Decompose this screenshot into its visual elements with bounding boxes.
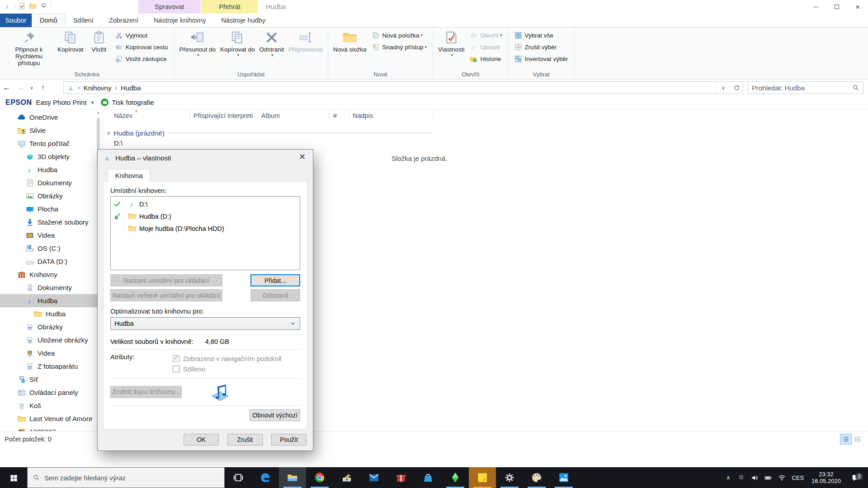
network-button[interactable] (775, 474, 789, 482)
epson-app-label[interactable]: Easy Photo Print (36, 99, 87, 106)
tab-zobrazeni[interactable]: Zobrazení (101, 14, 146, 27)
tray-app-button[interactable] (735, 474, 748, 482)
sidebar-item-dokumenty[interactable]: Dokumenty (0, 176, 103, 189)
list-item[interactable]: D:\ (114, 139, 123, 147)
ribbon-button-snadny-pristup[interactable]: Snadný přístup▾ (369, 41, 430, 53)
maximize-button[interactable] (826, 0, 847, 14)
taskbar-sticky-notes-button[interactable] (469, 467, 496, 488)
column-header-prispivajici-interpreti[interactable]: Přispívající interpreti (189, 109, 257, 122)
sidebar-item-knihovny[interactable]: Knihovny (0, 268, 103, 281)
library-location-hudba-d[interactable]: Hudba (D:) (111, 210, 300, 222)
breadcrumb-item-knihovny[interactable]: Knihovny (83, 84, 113, 92)
group-header[interactable]: ∨ Hudba (prázdné) (107, 129, 433, 137)
tab-nastroje-hudby[interactable]: Nástroje hudby (213, 14, 273, 27)
tab-domu[interactable]: Domů (32, 14, 66, 27)
sidebar-item-silvie[interactable]: Silvie (0, 124, 103, 137)
hidden-icons-button[interactable]: ∧ (722, 474, 735, 481)
taskbar-sims-button[interactable] (442, 467, 469, 488)
address-dropdown-button[interactable]: ∨ (717, 82, 730, 94)
ribbon-button-kopirovat-cestu[interactable]: W..Kopírovat cestu (112, 41, 171, 53)
details-view-button[interactable] (840, 434, 852, 445)
back-button[interactable]: ← (0, 83, 14, 92)
ribbon-button-upravit[interactable]: Upravit (467, 41, 505, 53)
forward-button[interactable]: → (14, 83, 27, 92)
taskbar-chrome-button[interactable] (306, 467, 333, 488)
qat-customize[interactable] (40, 2, 47, 12)
dialog-close-button[interactable]: ✕ (292, 150, 312, 164)
breadcrumb-item-hudba[interactable]: Hudba (120, 84, 142, 92)
sidebar-item-plocha[interactable]: Plocha (0, 202, 103, 216)
thumbnails-view-button[interactable] (852, 434, 863, 445)
refresh-button[interactable] (730, 82, 743, 94)
recent-locations-button[interactable]: ∨ (27, 85, 36, 91)
column-header-nazev[interactable]: Název (110, 109, 189, 122)
action-center-button[interactable]: 2 (845, 474, 865, 482)
column-header-album[interactable]: Album (257, 109, 329, 122)
shown-in-nav-pane-checkbox[interactable] (173, 355, 179, 362)
ribbon-button-nova-polozka[interactable]: Nová položka▾ (369, 29, 430, 41)
ribbon-button-nova-slozka[interactable]: Nová složka (331, 28, 369, 53)
sidebar-item-os-c[interactable]: OS (C:) (0, 242, 103, 255)
taskbar-paint-button[interactable] (523, 467, 550, 488)
start-button[interactable] (0, 467, 27, 488)
remove-button[interactable]: Odstranit (250, 289, 300, 301)
breadcrumb[interactable]: ♪ ›Knihovny›Hudba ∨ (63, 81, 743, 94)
library-location-d[interactable]: ♪D:\ (111, 198, 300, 210)
sidebar-item-ovladaci-panely[interactable]: Ovládací panely (0, 386, 103, 399)
tab-sdileni[interactable]: Sdílení (66, 14, 101, 27)
library-locations-list[interactable]: ♪D:\Hudba (D:)Moje hudba (D:\Plocha HDD) (110, 196, 300, 270)
sidebar-item-videa[interactable]: Videa (0, 347, 103, 360)
sidebar-item-obrazky[interactable]: Obrázky (0, 320, 103, 333)
sidebar-item-dokumenty[interactable]: Dokumenty (0, 281, 103, 294)
taskbar-search-input[interactable]: Sem zadejte hledaný výraz (27, 467, 225, 488)
minimize-button[interactable] (806, 0, 826, 14)
taskbar-edge-button[interactable] (252, 467, 279, 488)
sidebar-item-sit[interactable]: Síť (0, 373, 103, 386)
sidebar-item-z-fotoaparatu[interactable]: Z fotoaparátu (0, 360, 103, 373)
taskbar-store-button[interactable] (415, 467, 442, 488)
set-save-location-button[interactable]: Nastavit umístění pro ukládání (110, 274, 222, 286)
collapse-group-icon[interactable]: ∨ (107, 130, 110, 136)
scroll-up-icon[interactable]: ∧ (97, 110, 100, 115)
sidebar-item-last-venue-of-amore[interactable]: Last Venue of Amore (0, 412, 103, 425)
tab-nastroje-knihovny[interactable]: Nástroje knihovny (146, 14, 213, 27)
sidebar-item-ulozene-obrazky[interactable]: Uložené obrázky (0, 333, 103, 347)
ribbon-button-odstranit[interactable]: Odstranit▾ (257, 28, 286, 57)
taskbar-task-view-button[interactable] (225, 467, 252, 488)
taskbar-utility-app-button[interactable] (333, 467, 360, 488)
contextual-tab-prehrat[interactable]: Přehrát (202, 0, 258, 14)
taskbar-mail-button[interactable] (360, 467, 387, 488)
ribbon-button-vlozit-zastupce[interactable]: Vložit zástupce (112, 53, 171, 65)
taskbar-gift-app-button[interactable] (387, 467, 415, 488)
ribbon-button-presunout-do[interactable]: Přesunout do▾ (177, 28, 218, 57)
language-indicator[interactable]: CES (789, 474, 807, 481)
ribbon-button-vlozit[interactable]: Vložit (86, 28, 112, 53)
volume-button[interactable] (748, 474, 762, 482)
window-icon[interactable]: ♪ (4, 2, 11, 12)
ribbon-button-pripnout-k-rychlemu-pristupu[interactable]: Připnout k Rychlému přístupu (3, 28, 55, 66)
sidebar-item-tento-pocitac[interactable]: Tento počítač (0, 137, 103, 150)
column-header-nadpis[interactable]: Nadpis (349, 109, 433, 122)
sidebar-item-obrazky[interactable]: Obrázky (0, 189, 103, 202)
sidebar-item-onedrive[interactable]: OneDrive (0, 111, 103, 124)
sidebar-item-kos[interactable]: Koš (0, 399, 103, 412)
ribbon-button-otevrit[interactable]: Otevřít▾ (467, 29, 505, 41)
sidebar-item-data-d[interactable]: DATA (D:) (0, 255, 103, 268)
sidebar-item-hudba[interactable]: ♪Hudba (0, 294, 103, 307)
ribbon-button-prejmenovat[interactable]: Přejmenovat (286, 28, 325, 53)
sidebar-item-3d-objekty[interactable]: 3D objekty (0, 150, 103, 163)
tab-knihovna[interactable]: Knihovna (108, 169, 150, 182)
ribbon-button-vyjmout[interactable]: Vyjmout (112, 29, 171, 41)
column-header-[interactable]: # (329, 109, 349, 122)
optimize-combobox[interactable]: Hudba (110, 317, 300, 330)
ok-button[interactable]: OK (184, 434, 219, 446)
sidebar-item-hudba[interactable]: Hudba (0, 307, 103, 320)
ribbon-button-kopirovat[interactable]: Kopírovat (55, 28, 86, 53)
taskbar-file-explorer-button[interactable] (279, 467, 306, 488)
search-input[interactable]: Prohledat: Hudba (748, 81, 863, 94)
taskbar-settings-button[interactable] (496, 467, 523, 488)
clock[interactable]: 23:32 16.05.2020 (807, 471, 845, 484)
up-button[interactable]: ↑ (36, 83, 50, 92)
qat-new-folder[interactable] (29, 2, 37, 12)
ribbon-button-vybrat-vse[interactable]: Vybrat vše (511, 29, 571, 41)
